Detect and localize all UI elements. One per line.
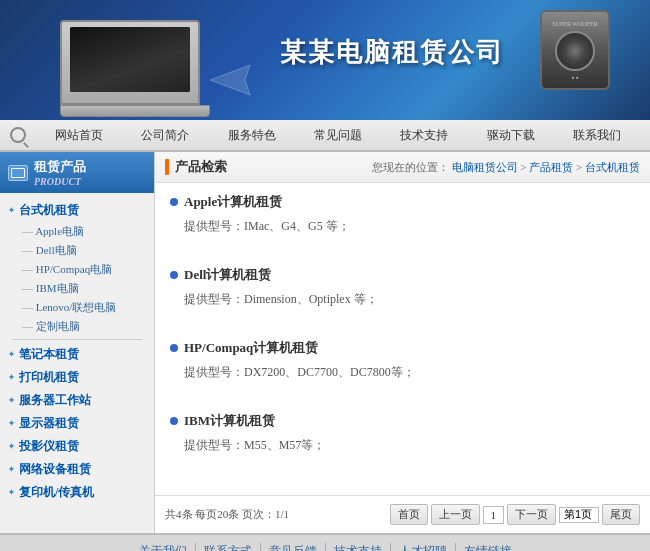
header-speaker-image: SUPER WOOFER ● ● (540, 10, 620, 100)
footer: 关于我们 联系方式 意见反馈 技术支持 人才招聘 友情链接 版权所有 Copyr… (0, 533, 650, 551)
breadcrumb: 您现在的位置： 电脑租赁公司 > 产品租赁 > 台式机租赁 (372, 160, 640, 175)
sidebar-sub-ibm[interactable]: IBM电脑 (8, 279, 146, 298)
footer-link-contact[interactable]: 联系方式 (196, 543, 261, 551)
product-name-dell: Dell计算机租赁 (170, 266, 635, 284)
product-desc-hp: 提供型号：DX7200、DC7700、DC7800等； (184, 361, 635, 384)
sidebar-sub-dell[interactable]: Dell电脑 (8, 241, 146, 260)
search-icon (10, 127, 26, 143)
content-area: 产品检索 您现在的位置： 电脑租赁公司 > 产品租赁 > 台式机租赁 Apple… (155, 152, 650, 533)
header-laptop-image (60, 20, 210, 120)
page-first-button[interactable]: 首页 (390, 504, 428, 525)
sidebar-item-server[interactable]: 服务器工作站 (8, 389, 146, 412)
navigation-bar: 网站首页 公司简介 服务特色 常见问题 技术支持 驱动下载 联系我们 (0, 120, 650, 152)
pagination-info: 共4条 每页20条 页次：1/1 (165, 507, 289, 522)
product-item-apple: Apple计算机租赁 提供型号：IMac、G4、G5 等； (170, 193, 635, 250)
breadcrumb-category[interactable]: 产品租赁 (529, 161, 573, 173)
header-arrow-decoration (200, 60, 260, 100)
nav-contact[interactable]: 联系我们 (565, 123, 629, 148)
nav-faq[interactable]: 常见问题 (306, 123, 370, 148)
product-name-apple: Apple计算机租赁 (170, 193, 635, 211)
nav-service[interactable]: 服务特色 (220, 123, 284, 148)
sidebar-sub-apple[interactable]: Apple电脑 (8, 222, 146, 241)
content-header: 产品检索 您现在的位置： 电脑租赁公司 > 产品租赁 > 台式机租赁 (155, 152, 650, 183)
nav-tech[interactable]: 技术支持 (392, 123, 456, 148)
sidebar-sub-hp[interactable]: HP/Compaq电脑 (8, 260, 146, 279)
sidebar-sub-custom[interactable]: 定制电脑 (8, 317, 146, 336)
sidebar-item-network[interactable]: 网络设备租赁 (8, 458, 146, 481)
sidebar-sub-lenovo[interactable]: Lenovo/联想电脑 (8, 298, 146, 317)
sidebar: 租赁产品 PRODUCT 台式机租赁 Apple电脑 Dell电脑 HP/Com… (0, 152, 155, 533)
sidebar-subtitle: PRODUCT (34, 176, 86, 187)
page-title: 产品检索 (175, 158, 227, 176)
footer-link-friends[interactable]: 友情链接 (456, 543, 520, 551)
footer-link-recruit[interactable]: 人才招聘 (391, 543, 456, 551)
sidebar-item-copier[interactable]: 复印机/传真机 (8, 481, 146, 504)
product-desc-ibm: 提供型号：M55、M57等； (184, 434, 635, 457)
product-item-dell: Dell计算机租赁 提供型号：Dimension、Optiplex 等； (170, 266, 635, 323)
nav-items: 网站首页 公司简介 服务特色 常见问题 技术支持 驱动下载 联系我们 (36, 123, 640, 148)
sidebar-item-printer[interactable]: 打印机租赁 (8, 366, 146, 389)
product-item-ibm: IBM计算机租赁 提供型号：M55、M57等； (170, 412, 635, 469)
breadcrumb-current[interactable]: 台式机租赁 (585, 161, 640, 173)
sidebar-item-monitor[interactable]: 显示器租赁 (8, 412, 146, 435)
nav-home[interactable]: 网站首页 (47, 123, 111, 148)
bullet-dot (170, 417, 178, 425)
main-area: 租赁产品 PRODUCT 台式机租赁 Apple电脑 Dell电脑 HP/Com… (0, 152, 650, 533)
product-item-hp: HP/Compaq计算机租赁 提供型号：DX7200、DC7700、DC7800… (170, 339, 635, 396)
sidebar-monitor-icon (8, 165, 28, 181)
sidebar-content: 台式机租赁 Apple电脑 Dell电脑 HP/Compaq电脑 IBM电脑 L… (0, 193, 154, 510)
page-last-button[interactable]: 尾页 (602, 504, 640, 525)
sidebar-item-desktop[interactable]: 台式机租赁 (8, 199, 146, 222)
page-goto-input[interactable] (559, 507, 599, 523)
sidebar-item-laptop[interactable]: 笔记本租赁 (8, 343, 146, 366)
content-title-area: 产品检索 (165, 158, 227, 176)
laptop-screen (70, 27, 190, 92)
sidebar-title: 租赁产品 (34, 159, 86, 174)
company-title: 某某电脑租赁公司 (280, 35, 504, 70)
footer-links: 关于我们 联系方式 意见反馈 技术支持 人才招聘 友情链接 (0, 535, 650, 551)
bullet-dot (170, 344, 178, 352)
header: 某某电脑租赁公司 SUPER WOOFER ● ● (0, 0, 650, 120)
footer-link-feedback[interactable]: 意见反馈 (261, 543, 326, 551)
page-prev-button[interactable]: 上一页 (431, 504, 480, 525)
pagination: 共4条 每页20条 页次：1/1 首页 上一页 1 下一页 尾页 (155, 495, 650, 533)
product-desc-dell: 提供型号：Dimension、Optiplex 等； (184, 288, 635, 311)
sidebar-item-projector[interactable]: 投影仪租赁 (8, 435, 146, 458)
page-next-button[interactable]: 下一页 (507, 504, 556, 525)
page-number: 1 (483, 506, 505, 524)
product-list: Apple计算机租赁 提供型号：IMac、G4、G5 等； Dell计算机租赁 … (155, 183, 650, 495)
footer-link-about[interactable]: 关于我们 (131, 543, 196, 551)
product-desc-apple: 提供型号：IMac、G4、G5 等； (184, 215, 635, 238)
bullet-dot (170, 271, 178, 279)
pagination-buttons: 首页 上一页 1 下一页 尾页 (390, 504, 641, 525)
product-name-hp: HP/Compaq计算机租赁 (170, 339, 635, 357)
footer-link-tech[interactable]: 技术支持 (326, 543, 391, 551)
orange-accent-bar (165, 159, 169, 175)
breadcrumb-prefix: 您现在的位置： (372, 161, 449, 173)
sidebar-header: 租赁产品 PRODUCT (0, 152, 154, 193)
bullet-dot (170, 198, 178, 206)
nav-about[interactable]: 公司简介 (133, 123, 197, 148)
nav-download[interactable]: 驱动下载 (479, 123, 543, 148)
breadcrumb-company[interactable]: 电脑租赁公司 (452, 161, 518, 173)
product-name-ibm: IBM计算机租赁 (170, 412, 635, 430)
